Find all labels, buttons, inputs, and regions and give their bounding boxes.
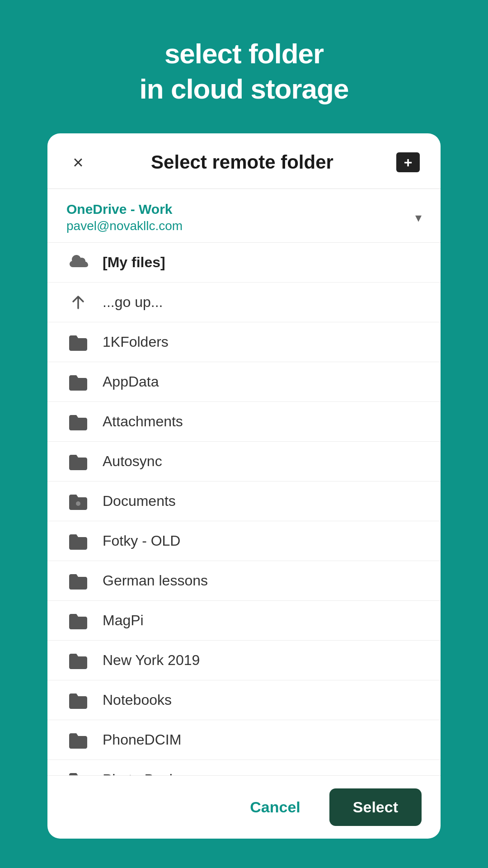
folder-icon bbox=[66, 609, 90, 632]
dialog-header: × Select remote folder bbox=[47, 133, 441, 189]
folder-name: Photo Backup bbox=[103, 771, 192, 775]
account-selector[interactable]: OneDrive - Work pavel@novakllc.com ▾ bbox=[47, 189, 441, 243]
file-list: [My files] ...go up... 1KFolders AppData bbox=[47, 243, 441, 775]
folder-name: Attachments bbox=[103, 413, 183, 430]
folder-list: 1KFolders AppData Attachments Autosync D… bbox=[47, 322, 441, 775]
folder-name: AppData bbox=[103, 373, 159, 390]
folder-name: Fotky - OLD bbox=[103, 533, 180, 549]
folder-icon bbox=[66, 450, 90, 473]
list-item[interactable]: Documents bbox=[47, 481, 441, 521]
folder-icon bbox=[66, 490, 90, 513]
dialog-title: Select remote folder bbox=[90, 151, 394, 173]
folder-icon bbox=[66, 728, 90, 752]
current-folder-item[interactable]: [My files] bbox=[47, 243, 441, 283]
folder-icon bbox=[66, 689, 90, 712]
folder-name: Documents bbox=[103, 493, 176, 509]
folder-name: 1KFolders bbox=[103, 334, 169, 350]
list-item[interactable]: Photo Backup bbox=[47, 760, 441, 775]
folder-name: PhoneDCIM bbox=[103, 731, 181, 748]
cancel-button[interactable]: Cancel bbox=[232, 788, 319, 826]
list-item[interactable]: 1KFolders bbox=[47, 322, 441, 362]
account-email: pavel@novakllc.com bbox=[66, 219, 183, 233]
folder-name: MagPi bbox=[103, 612, 144, 629]
dropdown-arrow-icon: ▾ bbox=[415, 210, 422, 225]
list-item[interactable]: Attachments bbox=[47, 402, 441, 442]
account-info: OneDrive - Work pavel@novakllc.com bbox=[66, 202, 183, 233]
list-item[interactable]: New York 2019 bbox=[47, 641, 441, 680]
close-button[interactable]: × bbox=[66, 151, 90, 174]
select-button[interactable]: Select bbox=[329, 788, 422, 826]
add-folder-icon bbox=[396, 152, 420, 172]
go-up-item[interactable]: ...go up... bbox=[47, 283, 441, 322]
folder-name: New York 2019 bbox=[103, 652, 200, 669]
folder-icon bbox=[66, 410, 90, 434]
current-folder-name: [My files] bbox=[103, 254, 165, 271]
svg-point-0 bbox=[76, 501, 80, 506]
folder-icon bbox=[66, 330, 90, 354]
list-item[interactable]: German lessons bbox=[47, 561, 441, 601]
list-item[interactable]: Fotky - OLD bbox=[47, 521, 441, 561]
list-item[interactable]: Notebooks bbox=[47, 680, 441, 720]
folder-name: Notebooks bbox=[103, 692, 172, 708]
dialog-footer: Cancel Select bbox=[47, 775, 441, 839]
folder-icon bbox=[66, 370, 90, 394]
page-background: select folder in cloud storage bbox=[0, 0, 488, 133]
folder-icon bbox=[66, 529, 90, 553]
folder-name: Autosync bbox=[103, 453, 162, 470]
list-item[interactable]: MagPi bbox=[47, 601, 441, 641]
cloud-icon bbox=[66, 251, 90, 274]
list-item[interactable]: Autosync bbox=[47, 442, 441, 481]
folder-icon bbox=[66, 768, 90, 776]
go-up-icon bbox=[66, 291, 90, 314]
list-item[interactable]: PhoneDCIM bbox=[47, 720, 441, 760]
list-item[interactable]: AppData bbox=[47, 362, 441, 402]
folder-name: German lessons bbox=[103, 572, 208, 589]
folder-icon bbox=[66, 649, 90, 672]
page-title: select folder in cloud storage bbox=[18, 36, 470, 106]
account-name: OneDrive - Work bbox=[66, 202, 183, 217]
go-up-label: ...go up... bbox=[103, 294, 163, 311]
folder-icon bbox=[66, 569, 90, 593]
select-folder-dialog: × Select remote folder OneDrive - Work p… bbox=[47, 133, 441, 839]
add-folder-button[interactable] bbox=[394, 151, 422, 174]
